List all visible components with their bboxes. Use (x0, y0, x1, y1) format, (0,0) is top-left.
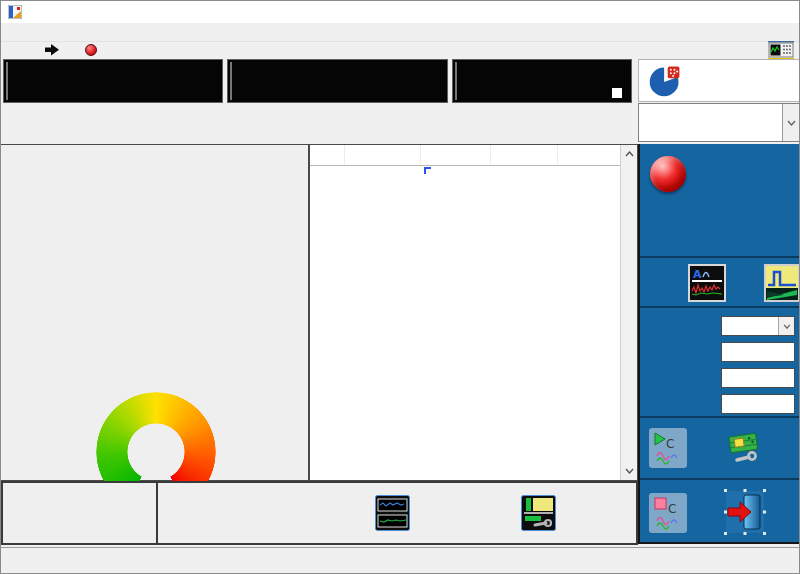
table-body[interactable] (310, 165, 620, 480)
product-settings-section (640, 306, 800, 416)
chevron-down-icon[interactable] (778, 317, 794, 335)
col-index (310, 145, 345, 165)
table-header (310, 145, 620, 166)
table-scrollbar[interactable] (620, 145, 637, 480)
app-icon (8, 5, 22, 19)
data-query-button[interactable]: A (688, 264, 726, 302)
col-unit (558, 145, 620, 165)
settings-button-icon[interactable] (727, 429, 761, 465)
col-time (421, 145, 491, 165)
data-table[interactable] (309, 144, 638, 481)
start-settings-section: C (640, 416, 800, 478)
menu-file[interactable] (5, 31, 23, 33)
panel-switch-icon[interactable] (768, 39, 794, 61)
model-input[interactable] (721, 394, 795, 414)
upper-limit-input[interactable] (721, 342, 795, 362)
col-date (345, 145, 422, 165)
status-led-icon (650, 156, 686, 192)
display-mode-select[interactable] (638, 103, 800, 142)
tool-bar (1, 42, 799, 59)
force-gauge (31, 327, 281, 574)
menu-bar (1, 23, 799, 42)
brand-logo (638, 59, 800, 102)
clear-button-icon (375, 495, 410, 531)
save-button-icon (521, 495, 556, 531)
stop-exit-section: C (640, 478, 800, 544)
english-unit-checkbox[interactable] (612, 88, 625, 98)
checkbox-square-icon[interactable] (612, 88, 622, 98)
gauge-panel (1, 144, 309, 481)
svg-text:A: A (693, 268, 702, 281)
exit-button-icon[interactable] (724, 489, 766, 535)
table-edit-cursor (424, 167, 431, 174)
menu-help[interactable] (95, 31, 113, 33)
nav-buttons-section: A (640, 256, 800, 306)
menu-edit[interactable] (23, 31, 41, 33)
unit-switch-display (452, 59, 632, 103)
result-indicator-section (640, 144, 800, 256)
menu-tools[interactable] (59, 31, 77, 33)
col-value (491, 145, 559, 165)
realtime-force-display (3, 59, 223, 103)
svg-text:C: C (668, 502, 676, 516)
scroll-up-icon[interactable] (621, 147, 637, 161)
lower-limit-input[interactable] (721, 368, 795, 388)
info-edit-button[interactable] (764, 264, 800, 302)
app-window: A (0, 0, 800, 574)
chevron-down-icon[interactable] (782, 104, 799, 141)
svg-text:C: C (666, 437, 674, 451)
scroll-down-icon[interactable] (621, 464, 637, 478)
run-arrow-icon[interactable] (45, 44, 60, 56)
menu-operate[interactable] (41, 31, 59, 33)
stop-button-icon[interactable]: C (649, 493, 687, 533)
peak-force-display (227, 59, 448, 103)
gauge-needle (31, 327, 281, 574)
title-bar (1, 1, 799, 23)
menu-window[interactable] (77, 31, 95, 33)
save-button[interactable] (521, 495, 561, 531)
start-button-icon[interactable]: C (649, 428, 687, 468)
clear-button[interactable] (375, 495, 415, 531)
control-panel: A (638, 144, 800, 544)
actions-strip (307, 481, 638, 545)
template-select[interactable] (721, 316, 795, 336)
brand-logo-icon (647, 63, 683, 99)
abort-icon[interactable] (85, 44, 97, 56)
